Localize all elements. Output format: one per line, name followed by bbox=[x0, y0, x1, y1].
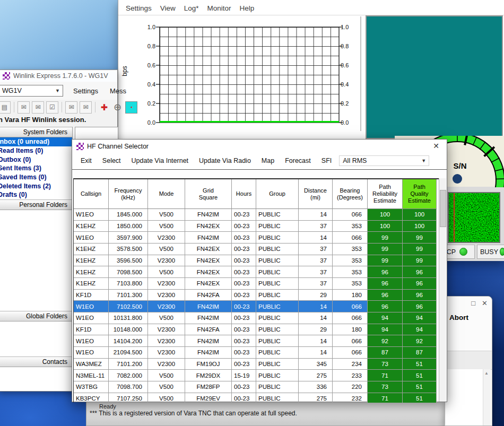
new-message-icon[interactable]: ▤ bbox=[0, 101, 11, 114]
channel-cell: 100 bbox=[403, 209, 437, 221]
channel-cell: 00-23 bbox=[232, 324, 256, 336]
winlink-menu-settings[interactable]: Settings bbox=[67, 87, 104, 95]
column-header[interactable]: PathQualityEstimate bbox=[403, 179, 437, 209]
channel-cell: FM19OJ bbox=[185, 359, 232, 370]
hf-menu-forecast[interactable]: Forecast bbox=[280, 157, 316, 164]
channel-cell: FN42EX bbox=[185, 244, 232, 255]
callsign-select[interactable]: WG1V ▼ bbox=[0, 85, 63, 97]
channel-cell: 7098.500 bbox=[109, 266, 148, 278]
column-header[interactable]: GridSquare bbox=[185, 179, 232, 209]
channel-row[interactable]: W1EO1845.000V500FN42IM00-23PUBLIC1406610… bbox=[74, 209, 440, 221]
channel-row[interactable]: KF1D10148.000V2300FN42FA00-23PUBLIC29180… bbox=[74, 324, 440, 336]
scroll-up-icon[interactable]: ▲ bbox=[484, 371, 489, 376]
channel-row[interactable]: K1EHZ7103.800V2300FN42EX00-23PUBLIC37353… bbox=[74, 278, 440, 290]
channel-cell: 353 bbox=[333, 266, 368, 278]
chevron-down-icon: ▼ bbox=[55, 88, 63, 93]
channel-cell: 37 bbox=[299, 266, 333, 278]
pull-message-icon[interactable]: ✉ bbox=[18, 101, 30, 114]
channel-cell: 99 bbox=[403, 255, 437, 267]
session-scrollbar[interactable]: ▲ bbox=[483, 369, 491, 425]
column-header[interactable]: Callsign bbox=[74, 179, 109, 209]
channel-row[interactable]: W1EO7102.500V2300FN42IM00-23PUBLIC140669… bbox=[74, 301, 440, 312]
globe-icon[interactable]: ⊕ bbox=[112, 102, 123, 113]
hf-titlebar[interactable]: HF Channel Selector ✕ bbox=[72, 140, 447, 153]
close-icon[interactable]: ✕ bbox=[433, 142, 439, 150]
channel-row[interactable]: K1EHZ1850.000V500FN42EX00-23PUBLIC373531… bbox=[74, 221, 440, 232]
hf-menu-exit[interactable]: Exit bbox=[75, 157, 97, 164]
channel-cell: 10148.000 bbox=[109, 324, 148, 336]
scrollbar-thumb[interactable] bbox=[440, 190, 446, 227]
pull-all-messages-icon[interactable]: ✉ bbox=[32, 101, 44, 114]
column-header[interactable]: Mode bbox=[148, 179, 185, 209]
folder-item[interactable]: Saved Items (0) bbox=[0, 173, 72, 182]
channel-cell: 99 bbox=[368, 232, 403, 244]
column-header[interactable]: Group bbox=[256, 179, 299, 209]
channel-cell: PUBLIC bbox=[256, 359, 299, 370]
maximize-icon[interactable]: □ bbox=[471, 299, 475, 307]
folder-item[interactable]: Outbox (0) bbox=[0, 155, 72, 164]
y-tick-label: 0.6 bbox=[341, 62, 354, 68]
channel-cell: 7107.250 bbox=[109, 393, 148, 403]
column-header[interactable]: Hours bbox=[232, 179, 256, 209]
column-header[interactable]: Distance(mi) bbox=[299, 179, 333, 209]
folder-item[interactable]: Deleted Items (2) bbox=[0, 181, 72, 190]
folder-item[interactable]: Drafts (0) bbox=[0, 190, 72, 199]
abort-button[interactable]: Abort bbox=[449, 314, 468, 321]
check-mail-icon[interactable]: ☑ bbox=[46, 101, 58, 114]
hf-menu-update-via-internet[interactable]: Update Via Internet bbox=[126, 157, 194, 164]
rms-filter-select[interactable]: All RMS▼ bbox=[339, 155, 429, 166]
column-header[interactable]: PathReliabilityEstimate bbox=[368, 179, 403, 209]
hf-menu-update-via-radio[interactable]: Update Via Radio bbox=[194, 157, 256, 164]
channel-row[interactable]: WA3MEZ7101.200V2300FM19OJ00-23PUBLIC3452… bbox=[74, 359, 440, 370]
channel-cell: 00-23 bbox=[232, 221, 256, 232]
channel-row[interactable]: K1EHZ3596.500V2300FN42EX00-23PUBLIC37353… bbox=[74, 255, 440, 267]
channel-row[interactable]: W1EO3597.900V2300FN42IM00-23PUBLIC140669… bbox=[74, 232, 440, 244]
winlink-logo-icon bbox=[3, 72, 10, 80]
section-contacts[interactable]: Contacts bbox=[0, 357, 72, 367]
channel-row[interactable]: W1EO10131.800V500FN42IM00-23PUBLIC140669… bbox=[74, 312, 440, 324]
channel-row[interactable]: W3TBG7098.700V500FM28FP00-23PUBLIC336220… bbox=[74, 381, 440, 393]
hf-menu-map[interactable]: Map bbox=[256, 157, 280, 164]
channel-row[interactable]: K1EHZ7098.500V500FN42EX00-23PUBLIC373539… bbox=[74, 266, 440, 278]
column-header[interactable]: Frequency(kHz) bbox=[109, 179, 148, 209]
section-global-folders[interactable]: Global Folders bbox=[0, 311, 72, 321]
hf-menu-select[interactable]: Select bbox=[97, 157, 126, 164]
channel-cell: 99 bbox=[403, 232, 437, 244]
channel-cell: FN42IM bbox=[185, 209, 232, 221]
channel-row[interactable]: W1EO14104.200V2300FN42IM00-23PUBLIC14066… bbox=[74, 335, 440, 347]
close-icon[interactable]: ✕ bbox=[482, 299, 488, 307]
channel-row[interactable]: W1EO21094.500V2300FN42IM00-23PUBLIC14066… bbox=[74, 347, 440, 359]
channel-cell: 14 bbox=[299, 209, 333, 221]
channel-row[interactable]: K1EHZ3578.500V500FN42EX00-23PUBLIC373539… bbox=[74, 244, 440, 255]
channel-cell: 99 bbox=[403, 244, 437, 255]
channel-row[interactable]: KF1D7101.300V2300FN42FA00-23PUBLIC291809… bbox=[74, 290, 440, 301]
vara-menu-help[interactable]: Help bbox=[236, 4, 259, 12]
channel-cell: V2300 bbox=[148, 347, 185, 359]
column-header[interactable]: Bearing(Degrees) bbox=[333, 179, 368, 209]
channel-table-scrollbar[interactable] bbox=[439, 178, 446, 402]
hf-menu-sfi[interactable]: SFI bbox=[316, 157, 337, 164]
map-display-icon[interactable]: ▪ bbox=[125, 101, 137, 114]
channel-cell: PUBLIC bbox=[256, 393, 299, 403]
post-to-outbox-icon[interactable]: ✉ bbox=[80, 101, 92, 114]
winlink-menu-mess[interactable]: Mess bbox=[104, 87, 132, 95]
channel-cell: 353 bbox=[333, 278, 368, 290]
vara-menu-settings[interactable]: Settings bbox=[121, 4, 156, 12]
section-personal-folders[interactable]: Personal Folders bbox=[0, 199, 72, 210]
vara-menu-log[interactable]: Log* bbox=[180, 4, 203, 12]
channel-cell: V2300 bbox=[148, 301, 185, 312]
forward-message-icon[interactable]: ✉ bbox=[65, 101, 77, 114]
folder-item[interactable]: Sent Items (3) bbox=[0, 164, 72, 173]
folder-item[interactable]: Read Items (0) bbox=[0, 146, 72, 155]
channel-cell: 353 bbox=[333, 255, 368, 267]
vara-menu-view[interactable]: View bbox=[156, 4, 180, 12]
vara-menu-monitor[interactable]: Monitor bbox=[203, 4, 236, 12]
channel-cell: 353 bbox=[333, 244, 368, 255]
channel-row[interactable]: KB3PCY7107.250V500FM29EV00-23PUBLIC27523… bbox=[74, 393, 440, 403]
channel-cell: 14 bbox=[299, 347, 333, 359]
section-system-folders[interactable]: System Folders bbox=[0, 127, 72, 137]
folder-item[interactable]: Inbox (0 unread) bbox=[0, 137, 72, 146]
channel-row[interactable]: N3MEL-117082.000V500FM29DX15-19PUBLIC275… bbox=[74, 370, 440, 381]
crosshair-icon[interactable]: ✚ bbox=[99, 102, 110, 113]
winlink-titlebar[interactable]: Winlink Express 1.7.6.0 - WG1V bbox=[0, 70, 117, 82]
